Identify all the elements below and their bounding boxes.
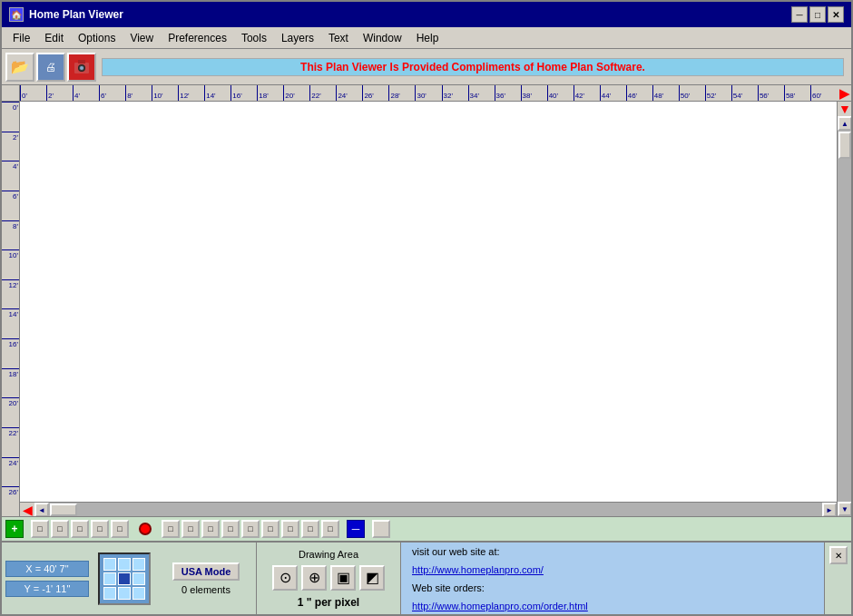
status-right-icon: ✕ [824, 543, 851, 614]
tool-btn-13[interactable]: □ [301, 520, 319, 538]
grid-preview [98, 552, 151, 605]
menu-file[interactable]: File [5, 30, 37, 46]
menu-window[interactable]: Window [356, 30, 409, 46]
scroll-up-button[interactable]: ▲ [838, 116, 851, 131]
ruler-mark: 2' [46, 85, 73, 101]
drawing-tools: ⊙ ⊕ ▣ ◩ [272, 565, 385, 591]
ruler-mark: 42' [574, 85, 600, 101]
tool-btn-5[interactable]: □ [111, 520, 129, 538]
window-title: Home Plan Viewer [29, 8, 123, 21]
app-window: 🏠 Home Plan Viewer ─ □ ✕ File Edit Optio… [0, 0, 853, 616]
tool-btn-1[interactable]: □ [31, 520, 49, 538]
tool-btn-12[interactable]: □ [281, 520, 299, 538]
grid-cell [118, 587, 131, 600]
ruler-mark: 16' [230, 85, 257, 101]
red-dot-indicator [136, 520, 154, 538]
link2-url[interactable]: http://www.homeplanpro.com/order.html [412, 601, 588, 611]
ruler-mark: 18' [257, 85, 283, 101]
tool-btn-10[interactable]: □ [241, 520, 260, 538]
x-coordinate: X = 40' 7" [5, 561, 89, 577]
grid-cell [103, 558, 116, 571]
menu-preferences[interactable]: Preferences [161, 30, 234, 46]
scroll-left-button[interactable]: ◄ [34, 503, 49, 516]
ruler-mark-left: 22' [2, 427, 19, 457]
tool-btn-2[interactable]: □ [51, 520, 69, 538]
scroll-thumb-h[interactable] [50, 504, 77, 516]
ruler-and-canvas: 0' 2' 4' 6' 8' 10' 12' 14' 16' 18' 20' 2… [2, 102, 851, 516]
camera-button[interactable] [67, 53, 96, 82]
scroll-right-arrow: ▶ [837, 85, 851, 101]
open-button[interactable]: 📂 [5, 53, 34, 82]
title-bar-left: 🏠 Home Plan Viewer [9, 7, 123, 22]
menu-view[interactable]: View [123, 30, 161, 46]
usa-mode-button[interactable]: USA Mode [172, 562, 240, 581]
tool-btn-6[interactable]: □ [162, 520, 180, 538]
scroll-track-v[interactable] [838, 131, 851, 502]
tool-btn-4[interactable]: □ [91, 520, 109, 538]
ruler-mark: 40' [547, 85, 574, 101]
add-tool-button[interactable]: + [5, 520, 24, 538]
menu-bar: File Edit Options View Preferences Tools… [2, 27, 851, 49]
y-coordinate: Y = -1' 11" [5, 581, 89, 597]
ruler-mark: 24' [336, 85, 362, 101]
scroll-thumb-v[interactable] [838, 132, 851, 159]
maximize-button[interactable]: □ [809, 6, 826, 23]
ruler-mark: 14' [204, 85, 230, 101]
tool-btn-3[interactable]: □ [71, 520, 89, 538]
remove-tool-button[interactable]: ─ [347, 520, 365, 538]
zoom-actual-button[interactable]: ◩ [359, 565, 385, 591]
ruler-mark-left: 14' [2, 308, 19, 338]
ruler-mark: 50' [679, 85, 705, 101]
ruler-mark-left: 16' [2, 338, 19, 368]
menu-edit[interactable]: Edit [37, 30, 71, 46]
tools-strip: + □ □ □ □ □ □ □ □ □ □ □ □ □ □ ─ [2, 516, 851, 542]
menu-options[interactable]: Options [71, 30, 123, 46]
toolbar: 📂 🖨 This Plan Viewer Is Provided Complim… [2, 49, 851, 85]
scroll-down-button[interactable]: ▼ [838, 502, 851, 516]
status-mode: USA Mode 0 elements [156, 543, 256, 614]
tool-btn-14[interactable]: □ [321, 520, 339, 538]
ruler-mark: 48' [652, 85, 679, 101]
tool-btn-11[interactable]: □ [261, 520, 279, 538]
tool-btn-8[interactable]: □ [201, 520, 220, 538]
tool-btn-9[interactable]: □ [221, 520, 240, 538]
ruler-mark-left: 4' [2, 161, 19, 191]
link1-url[interactable]: http://www.homeplanpro.com/ [412, 564, 544, 575]
corner-button[interactable]: ✕ [829, 546, 848, 564]
ruler-mark: 54' [731, 85, 758, 101]
menu-tools[interactable]: Tools [234, 30, 274, 46]
ruler-mark-left: 24' [2, 457, 19, 487]
close-button[interactable]: ✕ [828, 6, 844, 23]
zoom-window-button[interactable]: ▣ [330, 565, 356, 591]
ruler-left: 0' 2' 4' 6' 8' 10' 12' 14' 16' 18' 20' 2… [2, 102, 20, 516]
status-coords: X = 40' 7" Y = -1' 11" [2, 543, 93, 614]
status-links: visit our web site at: http://www.homepl… [401, 543, 824, 614]
zoom-fit-button[interactable]: ⊙ [272, 565, 298, 591]
grid-cell [103, 587, 116, 600]
scroll-track-h[interactable] [49, 503, 822, 516]
ruler-mark-left: 12' [2, 279, 19, 309]
grid-cell [132, 572, 145, 585]
menu-text[interactable]: Text [321, 30, 356, 46]
ruler-mark: 52' [705, 85, 731, 101]
ruler-mark: 30' [415, 85, 441, 101]
menu-layers[interactable]: Layers [274, 30, 321, 46]
canvas-column: ◀ ◄ ► [20, 102, 837, 516]
grid-cell [118, 558, 131, 571]
print-button[interactable]: 🖨 [36, 53, 65, 82]
title-bar: 🏠 Home Plan Viewer ─ □ ✕ [2, 2, 851, 27]
ruler-mark: 12' [178, 85, 204, 101]
tools-end-box[interactable] [372, 520, 390, 538]
minimize-button[interactable]: ─ [791, 6, 808, 23]
canvas-area[interactable] [20, 102, 837, 502]
zoom-center-button[interactable]: ⊕ [301, 565, 327, 591]
ruler-mark-left: 20' [2, 397, 19, 427]
menu-help[interactable]: Help [409, 30, 446, 46]
scroll-right-button[interactable]: ► [822, 503, 837, 516]
ruler-corner [2, 85, 20, 101]
ruler-mark: 56' [758, 85, 784, 101]
ruler-mark: 6' [99, 85, 125, 101]
ruler-mark: 26' [362, 85, 388, 101]
bottom-scrollbar: ◀ ◄ ► [20, 502, 837, 516]
tool-btn-7[interactable]: □ [181, 520, 200, 538]
